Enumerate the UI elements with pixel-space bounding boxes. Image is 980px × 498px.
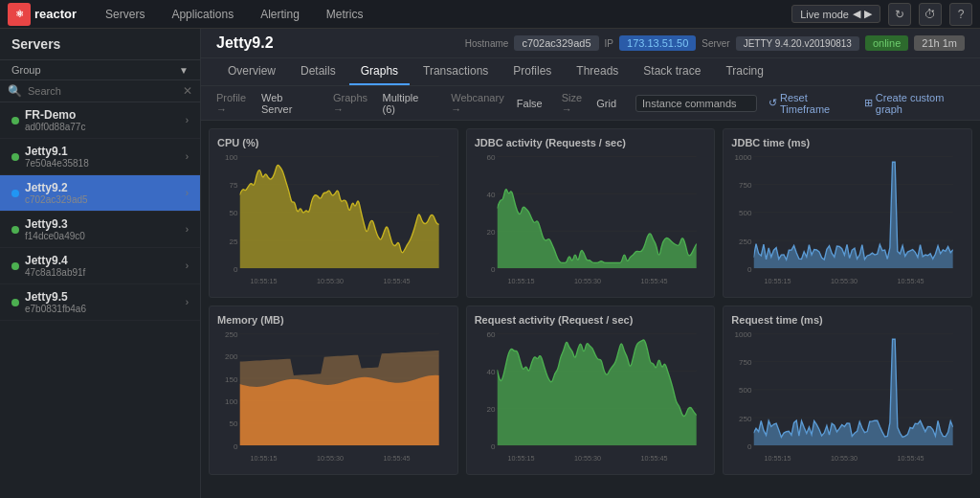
- svg-text:40: 40: [486, 191, 495, 199]
- graph-card-memory: Memory (MB) 250200150100500 10:55:1510:5…: [209, 306, 458, 475]
- server-name: Jetty9.4: [25, 254, 85, 267]
- tab-details[interactable]: Details: [289, 58, 347, 85]
- status-dot: [11, 299, 19, 306]
- nav-servers[interactable]: Servers: [100, 4, 150, 25]
- content-header: Jetty9.2 Hostname c702ac329ad5 IP 173.13…: [201, 29, 980, 58]
- svg-text:0: 0: [491, 442, 496, 451]
- nav-alerting[interactable]: Alerting: [255, 4, 305, 25]
- tab-tracing[interactable]: Tracing: [714, 58, 775, 85]
- instance-commands-select[interactable]: Instance commands: [635, 95, 757, 112]
- svg-text:20: 20: [486, 228, 495, 237]
- server-name: Jetty9.3: [25, 217, 85, 231]
- tab-threads[interactable]: Threads: [565, 58, 630, 85]
- server-item-info: Jetty9.5 e7b0831fb4a6: [11, 290, 86, 314]
- server-item[interactable]: FR-Demo ad0f0d88a77c ›: [0, 102, 200, 139]
- size-selector: Size → Grid: [562, 92, 616, 115]
- top-nav: ⚛ reactor Servers Applications Alerting …: [0, 0, 980, 29]
- svg-text:250: 250: [739, 238, 752, 246]
- chevron-right-icon: ›: [186, 224, 189, 235]
- server-item[interactable]: Jetty9.5 e7b0831fb4a6 ›: [0, 284, 200, 321]
- header-badges: Hostname c702ac329ad5 IP 173.13.51.50 Se…: [465, 35, 965, 51]
- page-title: Jetty9.2: [216, 34, 274, 52]
- server-item-info: Jetty9.4 47c8a18ab91f: [11, 254, 85, 278]
- svg-text:60: 60: [486, 153, 495, 162]
- graphs-selector: Graphs → Multiple (6): [333, 92, 432, 115]
- tab-overview[interactable]: Overview: [216, 58, 287, 85]
- reset-timeframe-button[interactable]: ↺ Reset Timeframe: [768, 92, 853, 115]
- toolbar-row: Profile → Web Server Graphs → Multiple (…: [201, 86, 980, 121]
- graph-card-cpu: CPU (%) 1007550250 10:55:1510:55:3010:55…: [209, 128, 458, 298]
- chevron-right-icon: ›: [186, 188, 189, 198]
- chevron-right-icon: ›: [186, 115, 189, 125]
- server-name: Jetty9.2: [25, 181, 88, 194]
- create-custom-graph-button[interactable]: ⊞ Create custom graph: [864, 92, 965, 115]
- server-label: Server: [702, 38, 729, 49]
- graph-title: JDBC time (ms): [731, 137, 964, 148]
- graph-title: Request activity (Request / sec): [475, 314, 707, 326]
- tab-transactions[interactable]: Transactions: [412, 58, 500, 85]
- chevron-right-icon[interactable]: ▶: [864, 8, 872, 20]
- logo: ⚛ reactor: [8, 3, 77, 26]
- server-id: ad0f0d88a77c: [25, 122, 85, 132]
- search-input[interactable]: [28, 85, 177, 97]
- server-item[interactable]: Jetty9.2 c702ac329ad5 ›: [0, 175, 200, 212]
- refresh-icon[interactable]: ↻: [888, 3, 911, 26]
- svg-text:10:55:30: 10:55:30: [831, 455, 858, 463]
- nav-metrics[interactable]: Metrics: [321, 4, 369, 25]
- svg-text:500: 500: [739, 209, 752, 217]
- group-dropdown-icon[interactable]: ▼: [179, 65, 189, 76]
- svg-text:100: 100: [225, 153, 238, 162]
- svg-text:20: 20: [486, 405, 495, 414]
- svg-text:10:55:30: 10:55:30: [574, 454, 601, 463]
- server-id: e7b0831fb4a6: [25, 304, 86, 314]
- graph-title: Request time (ms): [731, 314, 964, 326]
- server-item-info: FR-Demo ad0f0d88a77c: [11, 108, 85, 132]
- graph-svg: 1007550250 10:55:1510:55:3010:55:4510:56…: [217, 152, 450, 286]
- tab-stack-trace[interactable]: Stack trace: [632, 58, 712, 85]
- hostname-value: c702ac329ad5: [514, 35, 598, 51]
- tab-graphs[interactable]: Graphs: [349, 58, 410, 85]
- tab-bar: OverviewDetailsGraphsTransactionsProfile…: [201, 58, 980, 86]
- hostname-label: Hostname: [465, 38, 509, 49]
- live-mode-badge[interactable]: Live mode ◀ ▶: [791, 5, 880, 23]
- server-id: 47c8a18ab91f: [25, 267, 85, 278]
- svg-text:750: 750: [739, 358, 752, 367]
- search-icon: 🔍: [8, 84, 22, 98]
- webcanary-value: False: [517, 98, 543, 109]
- svg-text:25: 25: [230, 238, 238, 246]
- server-id: c702ac329ad5: [25, 194, 88, 205]
- svg-text:10:55:30: 10:55:30: [317, 455, 344, 463]
- graph-svg: 6040200 10:55:1510:55:3010:55:4510:56:00: [475, 329, 707, 464]
- svg-text:10:55:30: 10:55:30: [317, 278, 344, 285]
- size-value: Grid: [596, 98, 616, 109]
- help-icon[interactable]: ?: [949, 3, 972, 26]
- main-layout: Servers Group ▼ 🔍 ✕ FR-Demo ad0f0d88a77c…: [0, 29, 980, 498]
- server-item[interactable]: Jetty9.1 7e50a4e35818 ›: [0, 139, 200, 175]
- clock-icon[interactable]: ⏱: [919, 3, 942, 26]
- profile-selector: Profile → Web Server: [216, 92, 314, 115]
- group-header: Group ▼: [0, 60, 200, 80]
- svg-text:0: 0: [234, 265, 238, 274]
- svg-text:60: 60: [486, 330, 495, 339]
- server-item[interactable]: Jetty9.4 47c8a18ab91f ›: [0, 248, 200, 284]
- svg-text:10:55:45: 10:55:45: [898, 455, 924, 463]
- nav-applications[interactable]: Applications: [166, 4, 239, 25]
- server-list: FR-Demo ad0f0d88a77c › Jetty9.1 7e50a4e3…: [0, 102, 200, 498]
- graph-svg: 10007505002500 10:55:1510:55:3010:55:451…: [731, 152, 964, 286]
- tab-profiles[interactable]: Profiles: [501, 58, 563, 85]
- svg-text:10:55:45: 10:55:45: [898, 278, 924, 285]
- clear-search-icon[interactable]: ✕: [183, 84, 192, 98]
- graph-svg: 6040200 10:55:1510:55:3010:55:4510:56:00: [475, 152, 707, 286]
- svg-text:10:55:45: 10:55:45: [384, 455, 411, 463]
- svg-text:1000: 1000: [735, 330, 752, 339]
- chevron-right-icon: ›: [186, 260, 189, 271]
- server-item[interactable]: Jetty9.3 f14dce0a49c0 ›: [0, 212, 200, 248]
- graph-title: Memory (MB): [217, 314, 450, 326]
- chevron-left-icon[interactable]: ◀: [853, 8, 860, 20]
- svg-text:10:55:15: 10:55:15: [765, 278, 791, 285]
- status-dot: [11, 153, 19, 161]
- svg-text:40: 40: [486, 368, 495, 376]
- svg-text:10:55:15: 10:55:15: [507, 277, 534, 285]
- svg-text:10:55:15: 10:55:15: [507, 454, 534, 463]
- status-dot: [11, 117, 19, 124]
